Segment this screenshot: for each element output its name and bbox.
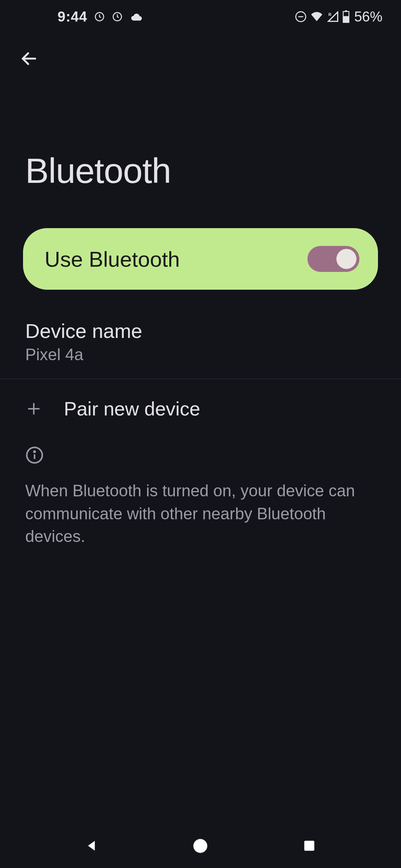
signal-icon: R xyxy=(327,11,339,22)
status-right: R 56% xyxy=(295,9,382,25)
navigation-bar xyxy=(0,823,401,868)
wifi-icon xyxy=(310,11,324,22)
history-icon-2 xyxy=(112,11,123,22)
app-bar xyxy=(0,33,401,76)
info-icon xyxy=(25,446,44,464)
pair-label: Pair new device xyxy=(64,398,200,420)
nav-home-button[interactable] xyxy=(190,836,211,856)
battery-icon xyxy=(342,10,350,23)
nav-back-button[interactable] xyxy=(81,836,102,856)
status-left: 9:44 xyxy=(58,9,143,25)
status-bar: 9:44 xyxy=(0,0,401,33)
triangle-back-icon xyxy=(84,838,99,853)
svg-rect-7 xyxy=(343,16,349,22)
dnd-icon xyxy=(295,11,307,23)
history-icon xyxy=(94,11,105,22)
device-name-title: Device name xyxy=(25,319,376,342)
bluetooth-toggle-switch[interactable] xyxy=(307,246,359,272)
device-name-value: Pixel 4a xyxy=(25,345,376,364)
info-text: When Bluetooth is turned on, your device… xyxy=(25,479,376,548)
pair-new-device-item[interactable]: Pair new device xyxy=(0,379,401,438)
cloud-icon xyxy=(130,12,143,22)
back-button[interactable] xyxy=(19,48,39,69)
toggle-label: Use Bluetooth xyxy=(45,247,180,272)
square-recent-icon xyxy=(303,839,316,852)
arrow-left-icon xyxy=(20,49,38,68)
status-time: 9:44 xyxy=(58,9,87,25)
circle-home-icon xyxy=(192,838,209,854)
svg-point-13 xyxy=(34,451,35,452)
battery-percent: 56% xyxy=(354,9,382,25)
page-title: Bluetooth xyxy=(0,76,401,221)
device-name-item[interactable]: Device name Pixel 4a xyxy=(0,305,401,379)
bluetooth-toggle-card[interactable]: Use Bluetooth xyxy=(23,228,378,290)
plus-icon xyxy=(25,400,42,417)
info-section: When Bluetooth is turned on, your device… xyxy=(0,438,401,555)
svg-rect-16 xyxy=(304,841,314,851)
svg-text:R: R xyxy=(328,12,331,17)
toggle-knob xyxy=(336,249,356,269)
nav-recent-button[interactable] xyxy=(299,836,320,856)
